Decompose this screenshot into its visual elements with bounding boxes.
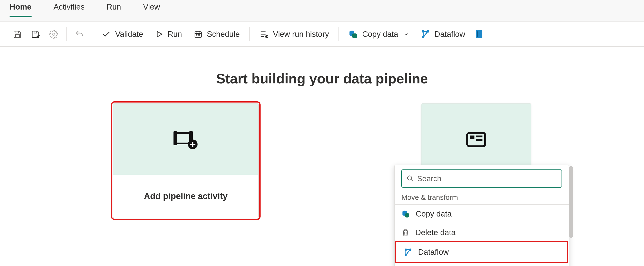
notebook-stub-icon <box>476 30 482 39</box>
schedule-button[interactable]: Schedule <box>189 27 244 41</box>
toolbar-divider <box>66 27 67 41</box>
page-heading: Start building your data pipeline <box>14 70 630 86</box>
save-as-button[interactable] <box>28 27 44 41</box>
toolbar-divider <box>338 27 339 41</box>
svg-point-20 <box>408 176 412 180</box>
dropdown-item-delete-data[interactable]: Delete data <box>395 223 569 242</box>
dropdown-item-label: Copy data <box>416 209 452 218</box>
tab-run[interactable]: Run <box>106 2 121 16</box>
main-content: Start building your data pipeline Add pi… <box>0 46 644 266</box>
card-top <box>422 104 531 175</box>
svg-point-3 <box>196 34 197 35</box>
validate-button[interactable]: Validate <box>97 27 148 41</box>
tab-activities[interactable]: Activities <box>54 2 84 16</box>
toolbar-divider <box>92 27 92 41</box>
activity-dropdown-panel: Move & transform Copy data Delete data <box>394 165 569 266</box>
dropdown-item-copy-data[interactable]: Copy data <box>395 204 569 223</box>
svg-point-5 <box>199 34 200 35</box>
view-run-history-label: View run history <box>273 30 329 39</box>
copy-data-label: Copy data <box>362 30 398 39</box>
run-button[interactable]: Run <box>150 27 187 41</box>
card-label: Add pipeline activity <box>113 175 258 218</box>
trash-icon <box>401 228 410 236</box>
run-label: Run <box>168 30 182 39</box>
tab-home[interactable]: Home <box>10 2 32 17</box>
dropdown-item-label: Delete data <box>415 228 456 237</box>
chevron-down-icon <box>404 32 409 37</box>
activity-search-input[interactable] <box>417 174 557 183</box>
svg-point-1 <box>52 33 55 35</box>
settings-button[interactable] <box>46 27 62 41</box>
copy-data-button[interactable]: Copy data <box>344 27 413 41</box>
dropdown-section-header: Move & transform <box>395 191 569 204</box>
dropdown-item-notebook[interactable]: Notebook <box>395 262 569 266</box>
add-pipeline-activity-icon <box>172 128 199 150</box>
svg-rect-15 <box>174 131 177 145</box>
dataflow-icon <box>421 30 430 39</box>
undo-button[interactable] <box>72 27 87 41</box>
gear-icon <box>49 30 58 39</box>
dataflow-icon <box>404 248 412 256</box>
run-history-icon <box>259 30 269 39</box>
dropdown-item-dataflow[interactable]: Dataflow <box>397 243 566 262</box>
search-icon <box>406 175 414 182</box>
ribbon-tabs: Home Activities Run View <box>0 0 644 22</box>
svg-rect-0 <box>16 34 19 37</box>
schedule-label: Schedule <box>207 30 240 39</box>
svg-point-4 <box>198 34 199 35</box>
dropdown-scrollbar[interactable] <box>569 166 573 238</box>
save-icon <box>13 30 22 39</box>
card-add-pipeline-activity[interactable]: Add pipeline activity <box>113 103 259 218</box>
dataflow-button[interactable]: Dataflow <box>416 27 470 41</box>
play-icon <box>155 30 163 38</box>
toolbar: Validate Run Schedule View run history <box>0 22 644 46</box>
save-as-icon <box>31 30 40 39</box>
validate-label: Validate <box>115 30 143 39</box>
view-run-history-button[interactable]: View run history <box>254 27 334 41</box>
activity-search-box[interactable] <box>401 170 562 188</box>
save-button[interactable] <box>10 27 25 41</box>
task-icon <box>466 130 487 149</box>
toolbar-divider <box>249 27 250 41</box>
copy-data-icon <box>348 30 358 39</box>
tab-view[interactable]: View <box>143 2 160 16</box>
copy-data-icon <box>401 210 410 218</box>
check-icon <box>102 30 111 39</box>
undo-icon <box>75 30 84 39</box>
more-toolbar-item[interactable] <box>472 27 486 41</box>
calendar-icon <box>194 30 202 38</box>
card-top <box>113 104 258 175</box>
svg-rect-19 <box>470 136 474 139</box>
svg-rect-13 <box>477 31 478 37</box>
dataflow-label: Dataflow <box>434 30 465 39</box>
dropdown-item-label: Dataflow <box>418 248 449 257</box>
